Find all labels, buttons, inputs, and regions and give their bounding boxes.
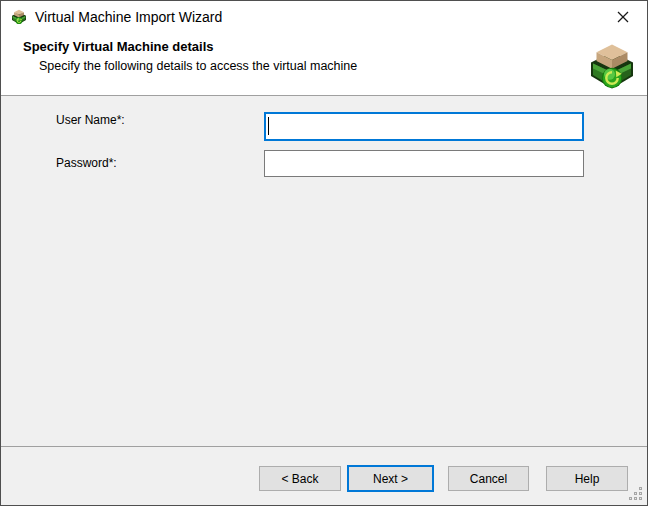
cancel-button[interactable]: Cancel <box>448 466 529 491</box>
next-button[interactable]: Next > <box>347 465 434 492</box>
title-bar: Virtual Machine Import Wizard <box>1 1 647 32</box>
wizard-content: User Name*: Password*: <box>1 96 647 446</box>
resize-grip-icon[interactable] <box>628 486 644 502</box>
window-title: Virtual Machine Import Wizard <box>35 9 222 25</box>
password-label: Password*: <box>56 156 117 170</box>
help-button[interactable]: Help <box>546 466 628 491</box>
wizard-header: Specify Virtual Machine details Specify … <box>1 32 647 95</box>
text-caret <box>268 117 269 135</box>
username-label: User Name*: <box>56 113 125 127</box>
button-bar: < Back Next > Cancel Help <box>1 447 647 505</box>
vm-import-wizard-dialog: Virtual Machine Import Wizard Specify Vi… <box>0 0 648 506</box>
app-icon <box>11 9 27 25</box>
close-button[interactable] <box>600 2 646 32</box>
page-subtitle: Specify the following details to access … <box>39 59 357 73</box>
page-title: Specify Virtual Machine details <box>23 39 214 54</box>
close-icon <box>617 11 629 23</box>
vm-import-cube-icon <box>588 43 636 91</box>
back-button[interactable]: < Back <box>259 466 341 491</box>
username-input[interactable] <box>264 112 584 141</box>
password-input[interactable] <box>264 150 584 177</box>
